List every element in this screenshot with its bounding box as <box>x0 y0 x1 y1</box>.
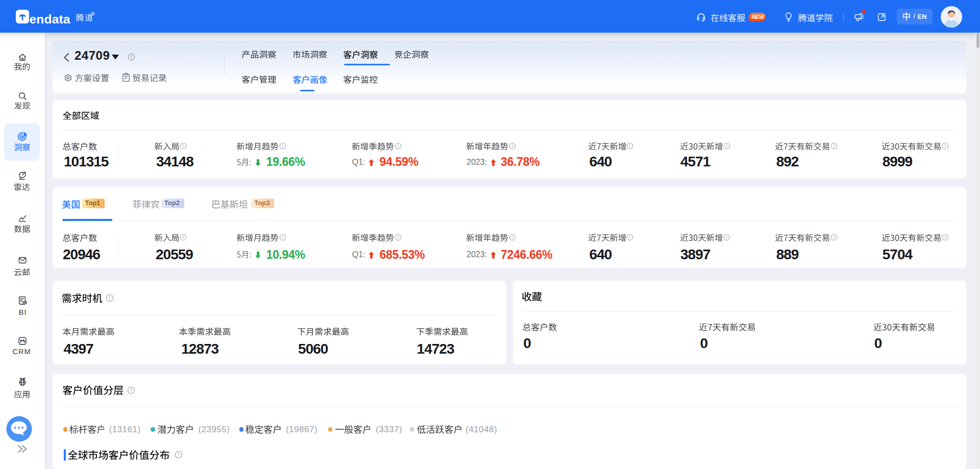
svg-text:R: R <box>92 13 94 15</box>
